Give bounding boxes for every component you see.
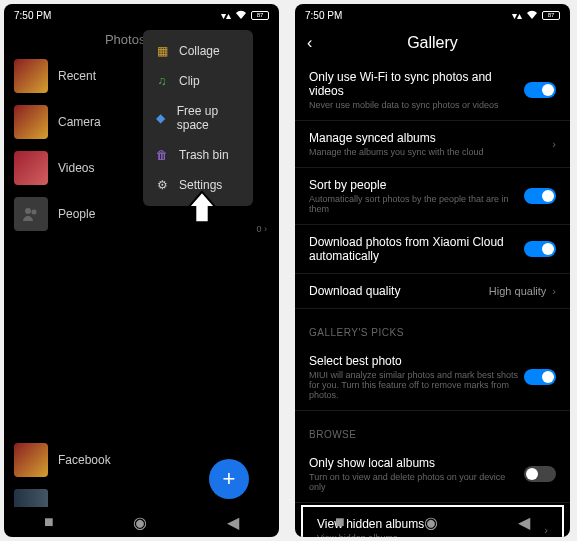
battery-icon: 87 (542, 11, 560, 20)
album-label: Camera (58, 115, 101, 129)
menu-label: Free up space (177, 104, 241, 132)
setting-subtitle: Manage the albums you sync with the clou… (309, 147, 546, 157)
annotation-arrow-icon (183, 188, 221, 226)
clock: 7:50 PM (305, 10, 342, 21)
tab-photos[interactable]: Photos (105, 32, 145, 47)
menu-trash[interactable]: 🗑 Trash bin (143, 140, 253, 170)
fab-add[interactable]: + (209, 459, 249, 499)
collage-icon: ▦ (155, 44, 169, 58)
section-browse: BROWSE (295, 411, 570, 446)
status-icons: ▾▴ 87 (512, 10, 560, 21)
plus-icon: + (223, 466, 236, 492)
nav-back-icon[interactable]: ◀ (518, 513, 530, 532)
setting-best-photo[interactable]: Select best photo MIUI will analyze simi… (295, 344, 570, 411)
setting-subtitle: Automatically sort photos by the people … (309, 194, 524, 214)
nav-bar: ■ ◉ ◀ (295, 507, 570, 537)
clock: 7:50 PM (14, 10, 51, 21)
overflow-menu: ▦ Collage ♫ Clip ◆ Free up space 🗑 Trash… (143, 30, 253, 206)
clip-icon: ♫ (155, 74, 169, 88)
toggle-local[interactable] (524, 466, 556, 482)
setting-download-quality[interactable]: Download quality High quality › (295, 274, 570, 309)
setting-title: Download quality (309, 284, 489, 298)
trash-icon: 🗑 (155, 148, 169, 162)
setting-title: Only use Wi-Fi to sync photos and videos (309, 70, 524, 98)
toggle-download[interactable] (524, 241, 556, 257)
nav-recents-icon[interactable]: ■ (44, 513, 54, 531)
setting-title: Only show local albums (309, 456, 524, 470)
menu-freeup[interactable]: ◆ Free up space (143, 96, 253, 140)
setting-title: Download photos from Xiaomi Cloud automa… (309, 235, 524, 263)
battery-icon: 87 (251, 11, 269, 20)
setting-sort-people[interactable]: Sort by people Automatically sort photos… (295, 168, 570, 225)
header: ‹ Gallery (295, 26, 570, 60)
thumb-recent (14, 59, 48, 93)
thumb-camera (14, 105, 48, 139)
album-label: Facebook (58, 453, 111, 467)
thumb-facebook (14, 443, 48, 477)
svg-point-1 (32, 210, 37, 215)
gear-icon: ⚙ (155, 178, 169, 192)
album-count: 0 › (256, 224, 267, 234)
thumb-videos (14, 151, 48, 185)
setting-title: Select best photo (309, 354, 524, 368)
setting-title: Sort by people (309, 178, 524, 192)
signal-icon: ▾▴ (221, 10, 231, 21)
setting-title: Manage synced albums (309, 131, 546, 145)
status-icons: ▾▴ 87 (221, 10, 269, 21)
album-facebook[interactable]: Facebook (4, 437, 121, 483)
chevron-right-icon: › (552, 138, 556, 150)
toggle-wifi[interactable] (524, 82, 556, 98)
nav-back-icon[interactable]: ◀ (227, 513, 239, 532)
status-bar: 7:50 PM ▾▴ 87 (295, 4, 570, 26)
album-partial[interactable] (14, 489, 48, 507)
setting-subtitle: Never use mobile data to sync photos or … (309, 100, 524, 110)
nav-home-icon[interactable]: ◉ (133, 513, 147, 532)
setting-value: High quality (489, 285, 546, 297)
toggle-sort[interactable] (524, 188, 556, 204)
album-label: Videos (58, 161, 94, 175)
menu-clip[interactable]: ♫ Clip (143, 66, 253, 96)
nav-recents-icon[interactable]: ■ (335, 513, 345, 531)
signal-icon: ▾▴ (512, 10, 522, 21)
setting-subtitle: Turn on to view and delete photos on you… (309, 472, 524, 492)
album-label: People (58, 207, 95, 221)
setting-synced-albums[interactable]: Manage synced albums Manage the albums y… (295, 121, 570, 168)
svg-point-0 (25, 208, 31, 214)
menu-label: Collage (179, 44, 220, 58)
gallery-settings-screen: 7:50 PM ▾▴ 87 ‹ Gallery Only use Wi-Fi t… (295, 4, 570, 537)
wifi-icon (235, 10, 247, 20)
setting-download-cloud[interactable]: Download photos from Xiaomi Cloud automa… (295, 225, 570, 274)
setting-local-albums[interactable]: Only show local albums Turn on to view a… (295, 446, 570, 503)
status-bar: 7:50 PM ▾▴ 87 (4, 4, 279, 26)
albums-screen: 7:50 PM ▾▴ 87 Photos A Recent Camera Vid… (4, 4, 279, 537)
thumb-people (14, 197, 48, 231)
back-icon[interactable]: ‹ (307, 34, 312, 52)
page-title: Gallery (407, 34, 458, 52)
people-icon (22, 205, 40, 223)
menu-label: Clip (179, 74, 200, 88)
menu-collage[interactable]: ▦ Collage (143, 36, 253, 66)
freeup-icon: ◆ (155, 111, 167, 125)
setting-subtitle: MIUI will analyze similar photos and mar… (309, 370, 524, 400)
album-label: Recent (58, 69, 96, 83)
section-gallery-picks: GALLERY'S PICKS (295, 309, 570, 344)
nav-home-icon[interactable]: ◉ (424, 513, 438, 532)
menu-label: Trash bin (179, 148, 229, 162)
nav-bar: ■ ◉ ◀ (4, 507, 279, 537)
setting-wifi-sync[interactable]: Only use Wi-Fi to sync photos and videos… (295, 60, 570, 121)
toggle-best[interactable] (524, 369, 556, 385)
chevron-right-icon: › (552, 285, 556, 297)
wifi-icon (526, 10, 538, 20)
